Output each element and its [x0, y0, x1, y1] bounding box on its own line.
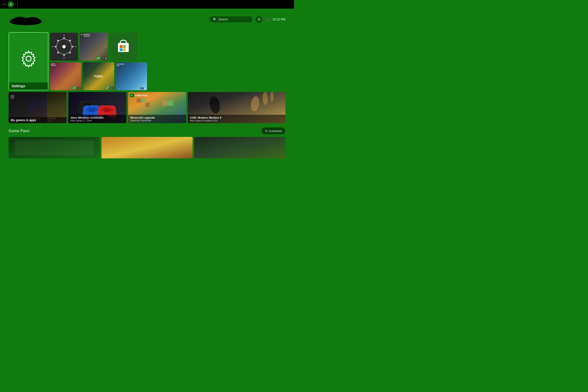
top-bar: Guide button [0, 0, 294, 8]
settings-label: Settings [9, 82, 48, 90]
meonglow-title: moonglowbay [117, 63, 124, 66]
gamepass-icon-tile[interactable] [50, 33, 78, 60]
small-tiles-row: MedievalDynasty GAMEPASS XS ☁ [50, 33, 147, 60]
svg-rect-48 [14, 140, 94, 155]
svg-point-10 [72, 46, 74, 48]
svg-point-15 [64, 34, 65, 36]
gp-header: ⊕ GAME PASS [130, 94, 148, 97]
svg-point-8 [63, 54, 65, 56]
svg-point-9 [54, 46, 56, 48]
svg-point-32 [102, 109, 104, 111]
game-pass-section: Game Pass ⊙ Customize [8, 128, 286, 158]
ms-store-tile[interactable] [110, 33, 137, 60]
settings-tile[interactable]: Settings [8, 32, 48, 90]
minecraft-label: Minecraft Legends Unite the Overworld [128, 115, 186, 123]
game-pass-header: Game Pass ⊙ Customize [8, 128, 286, 134]
svg-point-26 [82, 104, 84, 106]
svg-rect-37 [145, 103, 150, 107]
tunic-tile[interactable]: TUNIC GAMEPASS XS [83, 62, 114, 90]
dusk-falls-badges: GAMEPASS XS [72, 86, 80, 90]
dusk-falls-tile[interactable]: DUSKFALLS GAMEPASS XS [50, 62, 81, 90]
svg-point-45 [262, 92, 268, 105]
svg-rect-24 [123, 48, 126, 51]
gp-header-text: GAME PASS [135, 94, 148, 97]
dot1 [2, 4, 3, 5]
customize-button[interactable]: ⊙ Customize [262, 128, 286, 134]
gp-tile-2-art [102, 137, 192, 158]
svg-point-1 [10, 4, 11, 5]
time-display: 10:22 PM [272, 18, 286, 21]
my-games-inner: ⊞ A PLAGUETALE IMMORTAL My games & apps [8, 92, 66, 123]
gp-tile-2[interactable] [102, 137, 192, 158]
headset-icon[interactable]: 🎧 [266, 18, 270, 21]
controller-tile[interactable]: Xbox Wireless Controller Elite Series 2 … [68, 92, 126, 123]
svg-point-29 [86, 109, 89, 111]
svg-point-17 [52, 46, 53, 47]
meonglow-tile[interactable]: moonglowbay XS ☁ [116, 62, 147, 90]
dot2 [4, 4, 4, 5]
my-games-label: My games & apps [8, 117, 66, 123]
controller-label: Xbox Wireless Controller Elite Series 2 … [68, 115, 126, 123]
header-right: 🔍 Search ⚙ 🎧 10:22 PM [210, 16, 286, 23]
row1: Settings [8, 32, 286, 90]
svg-rect-23 [120, 48, 122, 51]
row1-game-tiles: DUSKFALLS GAMEPASS XS TUNIC GAMEP [50, 62, 147, 90]
svg-rect-36 [141, 98, 145, 103]
svg-point-6 [62, 45, 66, 48]
game-pass-title: Game Pass [8, 129, 30, 133]
medieval-logo [80, 34, 83, 36]
gamepass-logo-small: ⊕ [130, 94, 134, 97]
search-icon: 🔍 [213, 18, 217, 21]
small-tiles-col: MedievalDynasty GAMEPASS XS ☁ [50, 32, 147, 90]
medieval-badges: GAMEPASS XS ☁ [96, 57, 107, 60]
header-row: 🔍 Search ⚙ 🎧 10:22 PM [8, 13, 286, 26]
svg-point-7 [63, 37, 65, 39]
svg-point-19 [81, 34, 82, 35]
gp-tile-3[interactable] [194, 137, 286, 158]
svg-rect-35 [137, 98, 141, 103]
cod-label: COD: Modern Warfare II New maps & modes … [188, 115, 286, 123]
xbox-logo[interactable] [8, 1, 14, 7]
svg-rect-21 [120, 45, 122, 48]
svg-text:⊕: ⊕ [131, 94, 132, 96]
search-bar[interactable]: 🔍 Search [210, 16, 252, 22]
main-content: 🔍 Search ⚙ 🎧 10:22 PM Settings [0, 8, 294, 196]
dot3 [5, 4, 6, 5]
svg-rect-22 [123, 45, 126, 48]
game-pass-row [8, 137, 286, 158]
minecraft-subtitle: Unite the Overworld [130, 119, 184, 122]
medieval-dynasty-tile[interactable]: MedievalDynasty GAMEPASS XS ☁ [80, 33, 108, 60]
shelf-icon: ⊞ [10, 94, 14, 100]
svg-point-13 [57, 52, 59, 54]
settings-icon[interactable]: ⚙ [256, 16, 262, 23]
svg-rect-31 [104, 108, 110, 112]
controller-title: Xbox Wireless Controller [70, 116, 124, 119]
customize-label: Customize [269, 130, 282, 132]
cod-tile[interactable]: COD: Modern Warfare II New maps & modes … [188, 92, 286, 123]
grid-section: Settings [8, 32, 286, 123]
menu-button[interactable] [16, 2, 19, 6]
cod-subtitle: New maps & modes in S3 [190, 119, 283, 122]
minecraft-title: Minecraft Legends [130, 116, 184, 119]
svg-point-11 [57, 40, 59, 42]
top-bar-dots [2, 4, 6, 5]
svg-point-30 [95, 109, 97, 111]
svg-rect-28 [89, 108, 95, 112]
tunic-title: TUNIC [94, 74, 103, 78]
gp-tile-1[interactable] [8, 137, 100, 158]
minecraft-tile[interactable]: ⊕ GAME PASS Minecraft Legends Unite the … [128, 92, 186, 123]
gear-icon [20, 50, 37, 70]
my-games-tile[interactable]: ⊞ A PLAGUETALE IMMORTAL My games & apps [8, 92, 66, 123]
svg-point-16 [64, 58, 65, 59]
meonglow-badges: XS ☁ [140, 87, 146, 90]
controller-subtitle: Elite Series 2 - Core [70, 119, 124, 122]
svg-rect-50 [194, 137, 286, 158]
medieval-title: MedievalDynasty [84, 34, 90, 37]
row2: ⊞ A PLAGUETALE IMMORTAL My games & apps [8, 92, 286, 123]
svg-rect-39 [168, 100, 173, 106]
tunic-inner: TUNIC GAMEPASS XS [83, 62, 114, 90]
customize-icon: ⊙ [265, 129, 268, 132]
svg-point-18 [75, 46, 76, 47]
gp-tile-1-art [8, 137, 100, 158]
tunic-badges: GAMEPASS XS [105, 86, 113, 90]
